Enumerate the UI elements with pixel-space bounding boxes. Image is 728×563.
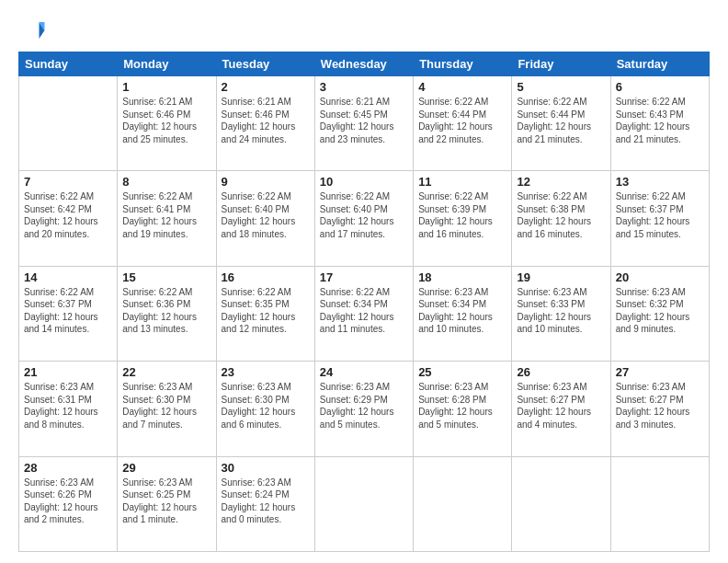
weekday-header-sunday: Sunday (19, 52, 118, 76)
day-cell-18: 18Sunrise: 6:23 AM Sunset: 6:34 PM Dayli… (414, 266, 512, 361)
day-number: 29 (122, 461, 210, 475)
page: SundayMondayTuesdayWednesdayThursdayFrid… (0, 0, 728, 563)
day-info: Sunrise: 6:22 AM Sunset: 6:40 PM Dayligh… (320, 190, 408, 240)
week-row-4: 21Sunrise: 6:23 AM Sunset: 6:31 PM Dayli… (19, 362, 710, 456)
day-number: 11 (418, 175, 506, 189)
empty-cell (610, 456, 709, 551)
day-info: Sunrise: 6:21 AM Sunset: 6:46 PM Dayligh… (122, 96, 210, 145)
day-info: Sunrise: 6:23 AM Sunset: 6:27 PM Dayligh… (517, 381, 605, 431)
weekday-header-monday: Monday (118, 52, 216, 76)
day-cell-24: 24Sunrise: 6:23 AM Sunset: 6:29 PM Dayli… (314, 362, 413, 456)
day-info: Sunrise: 6:22 AM Sunset: 6:36 PM Dayligh… (122, 286, 210, 336)
day-info: Sunrise: 6:22 AM Sunset: 6:38 PM Dayligh… (517, 190, 605, 240)
day-cell-30: 30Sunrise: 6:23 AM Sunset: 6:24 PM Dayli… (216, 456, 314, 551)
day-number: 16 (222, 270, 310, 284)
day-cell-27: 27Sunrise: 6:23 AM Sunset: 6:27 PM Dayli… (610, 362, 709, 456)
logo (18, 17, 50, 44)
day-number: 25 (418, 365, 506, 379)
day-info: Sunrise: 6:23 AM Sunset: 6:31 PM Dayligh… (24, 381, 112, 431)
day-number: 22 (122, 365, 210, 379)
day-number: 24 (320, 365, 408, 379)
day-number: 28 (24, 461, 112, 475)
weekday-header-row: SundayMondayTuesdayWednesdayThursdayFrid… (19, 52, 710, 76)
day-info: Sunrise: 6:23 AM Sunset: 6:29 PM Dayligh… (320, 381, 408, 431)
day-cell-19: 19Sunrise: 6:23 AM Sunset: 6:33 PM Dayli… (512, 266, 610, 361)
weekday-header-thursday: Thursday (414, 52, 512, 76)
day-cell-1: 1Sunrise: 6:21 AM Sunset: 6:46 PM Daylig… (118, 76, 216, 171)
day-number: 26 (517, 365, 605, 379)
day-info: Sunrise: 6:22 AM Sunset: 6:37 PM Dayligh… (616, 190, 704, 240)
day-info: Sunrise: 6:23 AM Sunset: 6:34 PM Dayligh… (418, 286, 506, 336)
day-number: 7 (24, 175, 112, 189)
day-info: Sunrise: 6:22 AM Sunset: 6:42 PM Dayligh… (24, 190, 112, 240)
day-cell-6: 6Sunrise: 6:22 AM Sunset: 6:43 PM Daylig… (610, 76, 709, 171)
week-row-2: 7Sunrise: 6:22 AM Sunset: 6:42 PM Daylig… (19, 171, 710, 266)
day-info: Sunrise: 6:23 AM Sunset: 6:24 PM Dayligh… (222, 477, 310, 526)
day-cell-21: 21Sunrise: 6:23 AM Sunset: 6:31 PM Dayli… (19, 362, 118, 456)
day-cell-26: 26Sunrise: 6:23 AM Sunset: 6:27 PM Dayli… (512, 362, 610, 456)
day-number: 14 (24, 270, 112, 284)
day-cell-2: 2Sunrise: 6:21 AM Sunset: 6:46 PM Daylig… (216, 76, 314, 171)
day-number: 4 (418, 80, 506, 94)
day-number: 6 (616, 80, 704, 94)
day-number: 17 (320, 270, 408, 284)
calendar-table: SundayMondayTuesdayWednesdayThursdayFrid… (18, 52, 710, 552)
day-info: Sunrise: 6:22 AM Sunset: 6:43 PM Dayligh… (616, 96, 704, 145)
day-info: Sunrise: 6:21 AM Sunset: 6:45 PM Dayligh… (320, 96, 408, 145)
day-number: 18 (418, 270, 506, 284)
weekday-header-saturday: Saturday (610, 52, 709, 76)
day-info: Sunrise: 6:22 AM Sunset: 6:44 PM Dayligh… (517, 96, 605, 145)
day-number: 20 (616, 270, 704, 284)
day-cell-13: 13Sunrise: 6:22 AM Sunset: 6:37 PM Dayli… (610, 171, 709, 266)
day-info: Sunrise: 6:23 AM Sunset: 6:30 PM Dayligh… (222, 381, 310, 431)
day-cell-3: 3Sunrise: 6:21 AM Sunset: 6:45 PM Daylig… (314, 76, 413, 171)
day-cell-29: 29Sunrise: 6:23 AM Sunset: 6:25 PM Dayli… (118, 456, 216, 551)
day-number: 10 (320, 175, 408, 189)
empty-cell (512, 456, 610, 551)
day-cell-4: 4Sunrise: 6:22 AM Sunset: 6:44 PM Daylig… (414, 76, 512, 171)
day-info: Sunrise: 6:22 AM Sunset: 6:44 PM Dayligh… (418, 96, 506, 145)
day-cell-11: 11Sunrise: 6:22 AM Sunset: 6:39 PM Dayli… (414, 171, 512, 266)
day-number: 21 (24, 365, 112, 379)
day-info: Sunrise: 6:23 AM Sunset: 6:30 PM Dayligh… (122, 381, 210, 431)
empty-cell (19, 76, 118, 171)
day-info: Sunrise: 6:22 AM Sunset: 6:35 PM Dayligh… (222, 286, 310, 336)
weekday-header-tuesday: Tuesday (216, 52, 314, 76)
day-cell-7: 7Sunrise: 6:22 AM Sunset: 6:42 PM Daylig… (19, 171, 118, 266)
day-cell-20: 20Sunrise: 6:23 AM Sunset: 6:32 PM Dayli… (610, 266, 709, 361)
day-number: 15 (122, 270, 210, 284)
day-cell-9: 9Sunrise: 6:22 AM Sunset: 6:40 PM Daylig… (216, 171, 314, 266)
day-cell-5: 5Sunrise: 6:22 AM Sunset: 6:44 PM Daylig… (512, 76, 610, 171)
day-number: 5 (517, 80, 605, 94)
day-info: Sunrise: 6:22 AM Sunset: 6:34 PM Dayligh… (320, 286, 408, 336)
day-cell-17: 17Sunrise: 6:22 AM Sunset: 6:34 PM Dayli… (314, 266, 413, 361)
day-info: Sunrise: 6:23 AM Sunset: 6:25 PM Dayligh… (122, 477, 210, 526)
day-cell-10: 10Sunrise: 6:22 AM Sunset: 6:40 PM Dayli… (314, 171, 413, 266)
day-cell-25: 25Sunrise: 6:23 AM Sunset: 6:28 PM Dayli… (414, 362, 512, 456)
day-info: Sunrise: 6:23 AM Sunset: 6:33 PM Dayligh… (517, 286, 605, 336)
day-info: Sunrise: 6:21 AM Sunset: 6:46 PM Dayligh… (222, 96, 310, 145)
day-number: 2 (222, 80, 310, 94)
day-cell-14: 14Sunrise: 6:22 AM Sunset: 6:37 PM Dayli… (19, 266, 118, 361)
day-info: Sunrise: 6:23 AM Sunset: 6:27 PM Dayligh… (616, 381, 704, 431)
day-cell-8: 8Sunrise: 6:22 AM Sunset: 6:41 PM Daylig… (118, 171, 216, 266)
day-cell-12: 12Sunrise: 6:22 AM Sunset: 6:38 PM Dayli… (512, 171, 610, 266)
week-row-1: 1Sunrise: 6:21 AM Sunset: 6:46 PM Daylig… (19, 76, 710, 171)
day-cell-23: 23Sunrise: 6:23 AM Sunset: 6:30 PM Dayli… (216, 362, 314, 456)
week-row-5: 28Sunrise: 6:23 AM Sunset: 6:26 PM Dayli… (19, 456, 710, 551)
day-number: 13 (616, 175, 704, 189)
day-info: Sunrise: 6:23 AM Sunset: 6:28 PM Dayligh… (418, 381, 506, 431)
empty-cell (414, 456, 512, 551)
day-cell-16: 16Sunrise: 6:22 AM Sunset: 6:35 PM Dayli… (216, 266, 314, 361)
day-info: Sunrise: 6:22 AM Sunset: 6:41 PM Dayligh… (122, 190, 210, 240)
week-row-3: 14Sunrise: 6:22 AM Sunset: 6:37 PM Dayli… (19, 266, 710, 361)
day-cell-28: 28Sunrise: 6:23 AM Sunset: 6:26 PM Dayli… (19, 456, 118, 551)
day-number: 19 (517, 270, 605, 284)
day-number: 27 (616, 365, 704, 379)
day-info: Sunrise: 6:23 AM Sunset: 6:26 PM Dayligh… (24, 477, 112, 526)
day-number: 8 (122, 175, 210, 189)
day-cell-15: 15Sunrise: 6:22 AM Sunset: 6:36 PM Dayli… (118, 266, 216, 361)
weekday-header-friday: Friday (512, 52, 610, 76)
day-info: Sunrise: 6:23 AM Sunset: 6:32 PM Dayligh… (616, 286, 704, 336)
day-number: 12 (517, 175, 605, 189)
